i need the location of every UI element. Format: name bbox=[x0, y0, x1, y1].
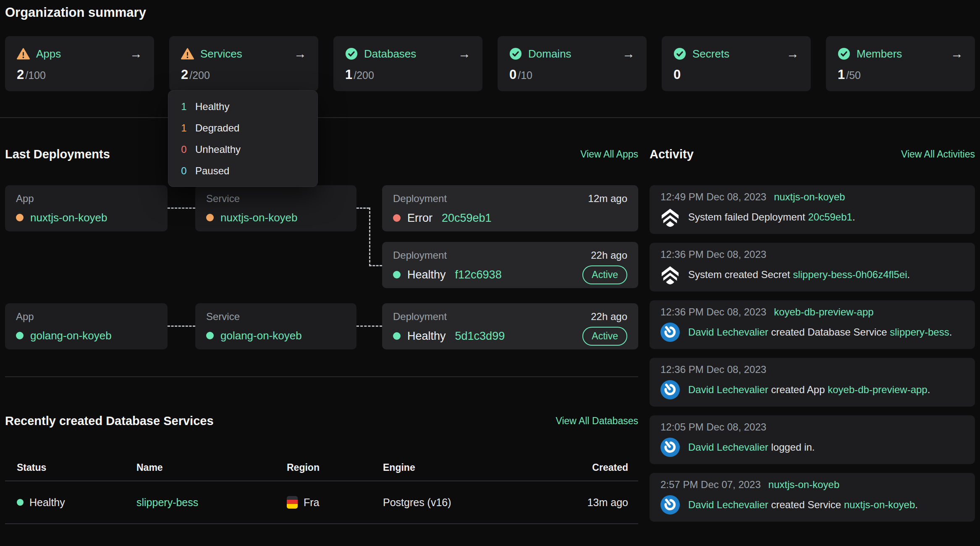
dropdown-item-unhealthy[interactable]: 0 Unhealthy bbox=[168, 139, 317, 160]
summary-card-value: 0 /10 bbox=[509, 67, 635, 81]
summary-card-value: 0 bbox=[673, 67, 799, 81]
arrow-right-icon[interactable]: → bbox=[622, 47, 635, 60]
status-dot bbox=[206, 214, 214, 221]
app-name-link[interactable]: golang-on-koyeb bbox=[30, 329, 112, 342]
arrow-right-icon[interactable]: → bbox=[130, 47, 142, 60]
dropdown-item-healthy[interactable]: 1 Healthy bbox=[168, 96, 317, 117]
service-card[interactable]: Service golang-on-koyeb bbox=[195, 303, 356, 349]
activity-timestamp: 12:36 PM Dec 08, 2023 bbox=[660, 306, 766, 318]
services-status-dropdown: 1 Healthy 1 Degraded 0 Unhealthy 0 Pause… bbox=[168, 90, 318, 187]
database-region-cell: Fra bbox=[287, 496, 383, 509]
left-column: Last Deployments View All Apps App nuxtj… bbox=[5, 118, 638, 524]
activity-text: created App bbox=[768, 384, 828, 395]
dropdown-item-degraded[interactable]: 1 Degraded bbox=[168, 117, 317, 139]
summary-card-domains[interactable]: Domains → 0 /10 bbox=[498, 36, 647, 91]
activity-app-link[interactable]: nuxtjs-on-koyeb bbox=[774, 191, 845, 203]
user-avatar bbox=[660, 380, 680, 399]
deployment-stack: Deployment 12m ago Error 20c59eb1 bbox=[382, 185, 638, 288]
activity-user-link[interactable]: David Lechevalier bbox=[688, 441, 768, 453]
summary-card-apps[interactable]: Apps → 2 /100 bbox=[5, 36, 154, 91]
deployment-time: 12m ago bbox=[588, 193, 627, 205]
service-name-link[interactable]: nuxtjs-on-koyeb bbox=[220, 211, 298, 224]
summary-card-members[interactable]: Members → 1 /50 bbox=[826, 36, 975, 91]
deployment-time: 22h ago bbox=[591, 249, 627, 261]
summary-card-value: 1 /200 bbox=[345, 67, 471, 81]
service-card-label: Service bbox=[206, 311, 346, 323]
database-name-link[interactable]: slippery-bess bbox=[136, 496, 287, 509]
koyeb-logo-icon bbox=[660, 207, 680, 227]
summary-count: 0 bbox=[509, 67, 516, 82]
arrow-right-icon[interactable]: → bbox=[458, 47, 471, 60]
summary-count: 1 bbox=[345, 67, 352, 82]
degraded-label: Degraded bbox=[195, 122, 239, 134]
summary-card-services[interactable]: Services → 2 /200 bbox=[169, 36, 318, 91]
dropdown-item-paused[interactable]: 0 Paused bbox=[168, 160, 317, 181]
activity-user-link[interactable]: David Lechevalier bbox=[688, 326, 768, 338]
column-header-created: Created bbox=[544, 462, 628, 473]
deployment-hash-link[interactable]: 20c59eb1 bbox=[442, 212, 492, 225]
check-circle-icon bbox=[838, 47, 850, 60]
activity-app-link[interactable]: nuxtjs-on-koyeb bbox=[768, 479, 839, 491]
activity-user-link[interactable]: David Lechevalier bbox=[688, 384, 768, 395]
app-card[interactable]: App nuxtjs-on-koyeb bbox=[5, 185, 168, 231]
view-all-apps-link[interactable]: View All Apps bbox=[580, 149, 638, 160]
last-deployments-title: Last Deployments bbox=[5, 146, 110, 163]
databases-table: Status Name Region Engine Created Health… bbox=[5, 454, 638, 524]
app-name-link[interactable]: nuxtjs-on-koyeb bbox=[30, 211, 107, 224]
activity-text: created Service bbox=[768, 499, 844, 510]
deployment-card[interactable]: Deployment 22h ago Healthy 5d1c3d99 Acti… bbox=[382, 303, 638, 349]
activity-text: . bbox=[949, 326, 952, 338]
deployment-card[interactable]: Deployment 22h ago Healthy f12c6938 Acti… bbox=[382, 242, 638, 288]
summary-card-secrets[interactable]: Secrets → 0 bbox=[662, 36, 811, 91]
databases-title: Recently created Database Services bbox=[5, 412, 214, 429]
view-all-databases-link[interactable]: View All Databases bbox=[556, 415, 638, 427]
connector-line bbox=[369, 265, 382, 266]
activity-user-link[interactable]: David Lechevalier bbox=[688, 499, 768, 510]
summary-card-label: Services bbox=[200, 47, 242, 60]
activity-entity-link[interactable]: slippery-bess-0h06z4fl5ei bbox=[793, 269, 907, 280]
check-circle-icon bbox=[673, 47, 686, 60]
check-circle-icon bbox=[345, 47, 358, 60]
activity-item: 12:36 PM Dec 08, 2023 David Lechevalier … bbox=[650, 358, 975, 407]
status-dot bbox=[16, 332, 24, 339]
deployment-status: Error bbox=[407, 212, 432, 225]
status-dot bbox=[17, 499, 24, 506]
connector-line bbox=[356, 326, 382, 327]
activity-entity-link[interactable]: slippery-bess bbox=[890, 326, 949, 338]
table-row[interactable]: Healthy slippery-bess Fra Postgres (v16)… bbox=[5, 481, 638, 523]
arrow-right-icon[interactable]: → bbox=[786, 47, 799, 60]
activity-entity-link[interactable]: 20c59eb1 bbox=[808, 211, 852, 223]
service-card[interactable]: Service nuxtjs-on-koyeb bbox=[195, 185, 356, 231]
summary-card-databases[interactable]: Databases → 1 /200 bbox=[333, 36, 482, 91]
deployment-card[interactable]: Deployment 12m ago Error 20c59eb1 bbox=[382, 185, 638, 231]
summary-limit: /100 bbox=[25, 69, 46, 81]
deployment-card-label: Deployment bbox=[393, 311, 447, 323]
summary-count: 0 bbox=[673, 67, 681, 82]
database-region: Fra bbox=[304, 496, 320, 509]
service-name-link[interactable]: golang-on-koyeb bbox=[220, 329, 302, 342]
table-divider bbox=[5, 523, 638, 524]
service-card-label: Service bbox=[206, 193, 346, 205]
deployment-hash-link[interactable]: 5d1c3d99 bbox=[455, 330, 505, 343]
activity-entity-link[interactable]: koyeb-db-preview-app bbox=[828, 384, 927, 395]
status-dot bbox=[393, 214, 401, 222]
summary-count: 1 bbox=[838, 67, 845, 82]
activity-text: . bbox=[852, 211, 855, 223]
database-status-cell: Healthy bbox=[17, 496, 136, 509]
activity-entity-link[interactable]: nuxtjs-on-koyeb bbox=[844, 499, 915, 510]
summary-card-value: 2 /200 bbox=[181, 67, 307, 81]
database-created: 13m ago bbox=[544, 496, 628, 509]
deployment-hash-link[interactable]: f12c6938 bbox=[455, 268, 502, 281]
activity-text: System created Secret bbox=[688, 269, 793, 280]
summary-card-label: Databases bbox=[364, 47, 416, 60]
summary-card-header: Members → bbox=[838, 47, 963, 60]
app-card[interactable]: App golang-on-koyeb bbox=[5, 303, 168, 349]
deployment-flow-row: App golang-on-koyeb Service golang-on-ko… bbox=[5, 303, 638, 349]
germany-flag-icon bbox=[287, 496, 298, 509]
arrow-right-icon[interactable]: → bbox=[951, 47, 963, 60]
arrow-right-icon[interactable]: → bbox=[294, 47, 307, 60]
activity-item: 12:49 PM Dec 08, 2023 nuxtjs-on-koyeb Sy… bbox=[650, 185, 975, 234]
view-all-activities-link[interactable]: View All Activities bbox=[901, 149, 975, 160]
summary-count: 2 bbox=[181, 67, 188, 82]
activity-app-link[interactable]: koyeb-db-preview-app bbox=[774, 306, 873, 318]
